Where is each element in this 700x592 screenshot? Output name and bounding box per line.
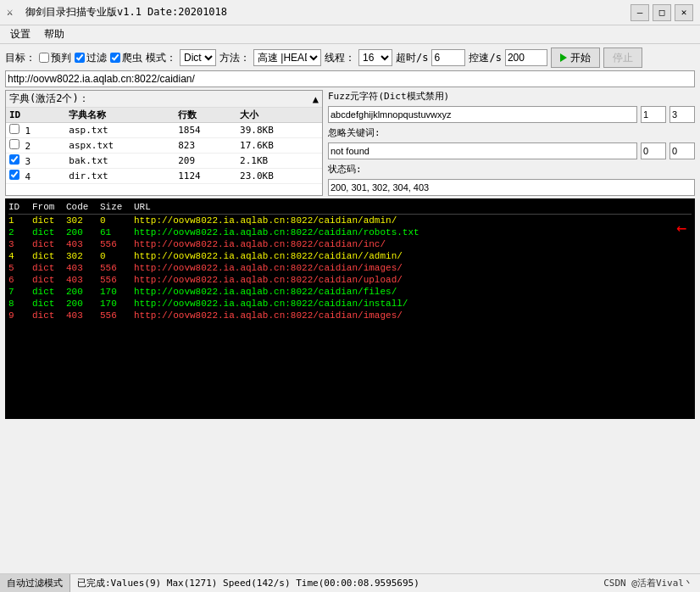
timeout-label: 超时/s — [396, 51, 428, 65]
results-rows: 1 dict 302 0 http://oovw8022.ia.aqlab.cn… — [8, 215, 692, 321]
fuzz-panel: Fuzz元字符(Dict模式禁用) 忽略关键词: 状态码: — [328, 90, 695, 196]
status-code-label: 状态码: — [328, 163, 362, 176]
stop-button[interactable]: 停止 — [603, 47, 642, 68]
fuzz-num2-input[interactable] — [669, 106, 695, 123]
dict-panel: 字典(激活2个)： ▲ ID 字典名称 行数 大小 1 asp.tx — [5, 90, 323, 196]
thread-select[interactable]: 16 — [358, 49, 392, 66]
result-row[interactable]: 4 dict 302 0 http://oovw8022.ia.aqlab.cn… — [8, 250, 692, 262]
status-bar: 自动过滤模式 已完成:Values(9) Max(1271) Speed(142… — [0, 573, 700, 592]
filter-checkbox[interactable] — [75, 53, 85, 63]
status-input-row — [328, 179, 695, 196]
thread-label: 线程： — [325, 51, 355, 65]
dict-checkbox[interactable] — [9, 154, 19, 165]
dict-checkbox[interactable] — [9, 124, 19, 134]
status-text: 已完成:Values(9) Max(1271) Speed(142/s) Tim… — [70, 577, 597, 589]
dict-scroll-up[interactable]: ▲ — [313, 93, 319, 105]
col-header-lines: 行数 — [175, 108, 236, 123]
crawl-checkbox[interactable] — [110, 53, 120, 63]
result-row[interactable]: 8 dict 200 170 http://oovw8022.ia.aqlab.… — [8, 298, 692, 310]
ignore-label: 忽略关键词: — [328, 126, 381, 139]
mode-label: 模式： — [146, 51, 176, 65]
fuzz-num1-input[interactable] — [641, 106, 666, 123]
results-area[interactable]: ID From Code Size URL 1 dict 302 0 http:… — [5, 198, 695, 419]
result-row[interactable]: 1 dict 302 0 http://oovw8022.ia.aqlab.cn… — [8, 215, 692, 226]
col-header-id: ID — [6, 108, 65, 123]
dict-row[interactable]: 1 asp.txt 1854 39.8KB — [6, 123, 322, 138]
speed-input[interactable] — [505, 49, 547, 66]
predict-checkbox-label[interactable]: 预判 — [39, 51, 71, 65]
title-bar: ⚔️ 御剑目录扫描专业版v1.1 Date:20201018 — □ ✕ — [0, 0, 700, 25]
dict-row[interactable]: 3 bak.txt 209 2.1KB — [6, 154, 322, 169]
speed-label: 控速/s — [469, 51, 501, 65]
two-col-layout: 字典(激活2个)： ▲ ID 字典名称 行数 大小 1 asp.tx — [5, 90, 695, 196]
play-icon — [560, 53, 567, 62]
menu-bar: 设置 帮助 — [0, 25, 700, 44]
crawl-checkbox-label[interactable]: 爬虫 — [110, 51, 142, 65]
result-row[interactable]: 7 dict 200 170 http://oovw8022.ia.aqlab.… — [8, 286, 692, 298]
url-input[interactable] — [5, 70, 695, 87]
filter-mode-button[interactable]: 自动过滤模式 — [0, 574, 70, 593]
fuzz-label: Fuzz元字符(Dict模式禁用) — [328, 90, 449, 103]
dict-checkbox[interactable] — [9, 139, 19, 149]
close-button[interactable]: ✕ — [675, 4, 693, 21]
dict-row[interactable]: 2 aspx.txt 823 17.6KB — [6, 138, 322, 154]
window-title: 御剑目录扫描专业版v1.1 Date:20201018 — [25, 5, 631, 20]
results-header: ID From Code Size URL — [8, 200, 692, 215]
results-container: ID From Code Size URL 1 dict 302 0 http:… — [5, 198, 695, 419]
result-row[interactable]: 9 dict 403 556 http://oovw8022.ia.aqlab.… — [8, 310, 692, 321]
ignore-input[interactable] — [328, 142, 637, 159]
fuzz-input-row — [328, 106, 695, 123]
mode-select[interactable]: Dict — [180, 49, 216, 66]
start-button[interactable]: 开始 — [551, 47, 600, 68]
maximize-button[interactable]: □ — [653, 4, 671, 21]
result-row[interactable]: 3 dict 403 556 http://oovw8022.ia.aqlab.… — [8, 238, 692, 250]
url-row — [5, 70, 695, 87]
ignore-label-row: 忽略关键词: — [328, 126, 695, 139]
brand-text: CSDN @活着Vival丶 — [597, 577, 700, 589]
filter-checkbox-label[interactable]: 过滤 — [75, 51, 107, 65]
main-content: 目标： 预判 过滤 爬虫 模式： Dict 方法： 高速 |HEAD 线程： 1… — [0, 44, 700, 422]
predict-checkbox[interactable] — [39, 53, 49, 63]
ignore-num2-input[interactable] — [669, 142, 695, 159]
minimize-button[interactable]: — — [631, 4, 649, 21]
header-size: Size — [100, 202, 134, 212]
menu-settings[interactable]: 设置 — [3, 25, 37, 43]
status-codes-input[interactable] — [328, 179, 695, 196]
method-select[interactable]: 高速 |HEAD — [253, 49, 321, 66]
col-header-size: 大小 — [236, 108, 322, 123]
menu-help[interactable]: 帮助 — [37, 25, 71, 43]
ignore-input-row — [328, 142, 695, 159]
fuzz-chars-input[interactable] — [328, 106, 637, 123]
window-controls: — □ ✕ — [631, 4, 693, 21]
header-url: URL — [134, 202, 692, 212]
dict-title: 字典(激活2个)： ▲ — [6, 91, 322, 108]
ignore-num1-input[interactable] — [641, 142, 666, 159]
header-id: ID — [8, 202, 32, 212]
target-row: 目标： 预判 过滤 爬虫 模式： Dict 方法： 高速 |HEAD 线程： 1… — [5, 47, 695, 68]
result-row[interactable]: 2 dict 200 61 http://oovw8022.ia.aqlab.c… — [8, 226, 692, 238]
header-code: Code — [66, 202, 100, 212]
header-from: From — [32, 202, 66, 212]
result-row[interactable]: 6 dict 403 556 http://oovw8022.ia.aqlab.… — [8, 274, 692, 286]
timeout-input[interactable] — [431, 49, 465, 66]
fuzz-chars-row: Fuzz元字符(Dict模式禁用) — [328, 90, 695, 103]
result-row[interactable]: 5 dict 403 556 http://oovw8022.ia.aqlab.… — [8, 262, 692, 274]
dict-row[interactable]: 4 dir.txt 1124 23.0KB — [6, 169, 322, 184]
dict-checkbox[interactable] — [9, 170, 19, 180]
status-label-row: 状态码: — [328, 163, 695, 176]
dict-scroll-area[interactable]: ID 字典名称 行数 大小 1 asp.txt 1854 39.8KB 2 as… — [6, 108, 322, 193]
method-label: 方法： — [219, 51, 250, 65]
col-header-name: 字典名称 — [65, 108, 175, 123]
target-label: 目标： — [5, 51, 36, 65]
app-icon: ⚔️ — [7, 6, 20, 20]
dict-table: ID 字典名称 行数 大小 1 asp.txt 1854 39.8KB 2 as… — [6, 108, 322, 184]
